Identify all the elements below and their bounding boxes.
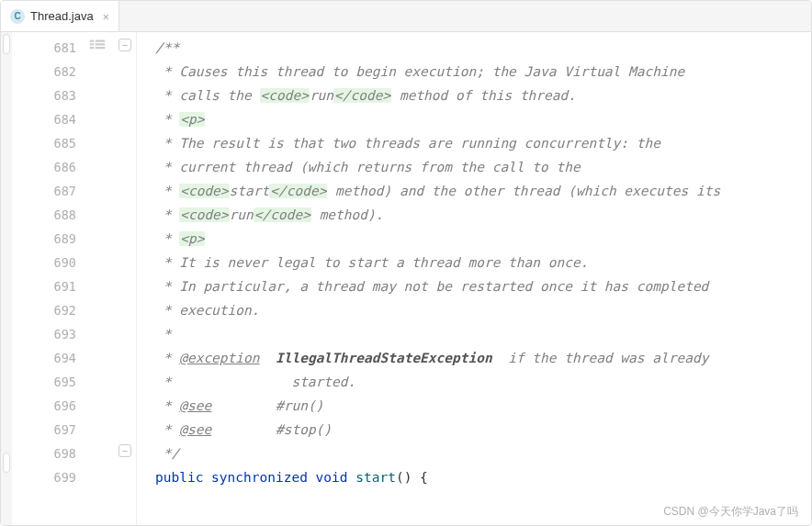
line-number: 689 xyxy=(12,227,85,251)
code-line: /** xyxy=(155,36,811,60)
line-number: 688 xyxy=(12,203,85,227)
gutter-marker-icon xyxy=(3,453,10,473)
fold-toggle-icon[interactable]: – xyxy=(118,444,131,457)
line-number: 697 xyxy=(12,418,85,442)
svg-rect-2 xyxy=(90,43,95,45)
bookmark-icon xyxy=(89,38,106,50)
code-line: * started. xyxy=(155,370,811,394)
svg-rect-0 xyxy=(90,40,95,42)
bookmark-column xyxy=(85,32,113,525)
editor-area: 6816826836846856866876886896906916926936… xyxy=(1,32,811,525)
line-number-gutter: 6816826836846856866876886896906916926936… xyxy=(12,32,85,525)
fold-toggle-icon[interactable]: – xyxy=(118,39,131,51)
line-number: 690 xyxy=(12,251,85,274)
code-line: */ xyxy=(155,442,811,465)
code-line: * <p> xyxy=(155,227,811,251)
line-number: 695 xyxy=(12,370,85,394)
code-line: public synchronized void start() { xyxy=(155,465,811,489)
code-line: * calls the <code>run</code> method of t… xyxy=(155,84,811,107)
svg-rect-5 xyxy=(96,47,106,49)
line-number: 694 xyxy=(12,346,85,370)
code-line: * @exception IllegalThreadStateException… xyxy=(155,346,811,370)
line-number: 693 xyxy=(12,322,85,346)
code-line: * <p> xyxy=(155,107,811,131)
svg-rect-3 xyxy=(96,43,106,45)
close-icon[interactable]: ✕ xyxy=(99,10,109,23)
code-line: * <code>run</code> method). xyxy=(155,203,811,227)
tab-bar: C Thread.java ✕ xyxy=(1,1,811,32)
line-number: 683 xyxy=(12,84,85,107)
code-line: * The result is that two threads are run… xyxy=(155,131,811,155)
line-number: 699 xyxy=(12,465,85,489)
fold-column: – – xyxy=(113,32,137,525)
line-number: 691 xyxy=(12,274,85,298)
line-number: 698 xyxy=(12,442,85,465)
file-tab[interactable]: C Thread.java ✕ xyxy=(1,1,119,31)
line-number: 686 xyxy=(12,155,85,179)
line-number: 681 xyxy=(12,36,85,60)
line-number: 685 xyxy=(12,131,85,155)
code-line: * @see #stop() xyxy=(155,418,811,442)
code-line: * @see #run() xyxy=(155,394,811,418)
code-line: * xyxy=(155,322,811,346)
java-class-icon: C xyxy=(10,9,25,24)
line-number: 696 xyxy=(12,394,85,418)
line-number: 684 xyxy=(12,107,85,131)
code-line: * current thread (which returns from the… xyxy=(155,155,811,179)
left-strip xyxy=(1,32,12,525)
line-number: 692 xyxy=(12,298,85,322)
code-line: * In particular, a thread may not be res… xyxy=(155,274,811,298)
code-content[interactable]: /** * Causes this thread to begin execut… xyxy=(137,32,811,525)
code-line: * execution. xyxy=(155,298,811,322)
line-number: 687 xyxy=(12,179,85,203)
gutter-marker-icon xyxy=(3,34,10,54)
code-line: * Causes this thread to begin execution;… xyxy=(155,60,811,84)
watermark-text: CSDN @今天你学Java了吗 xyxy=(663,504,798,520)
code-line: * <code>start</code> method) and the oth… xyxy=(155,179,811,203)
code-line: * It is never legal to start a thread mo… xyxy=(155,251,811,274)
svg-rect-4 xyxy=(90,47,95,49)
svg-rect-1 xyxy=(96,40,106,42)
tab-filename: Thread.java xyxy=(30,9,94,23)
line-number: 682 xyxy=(12,60,85,84)
